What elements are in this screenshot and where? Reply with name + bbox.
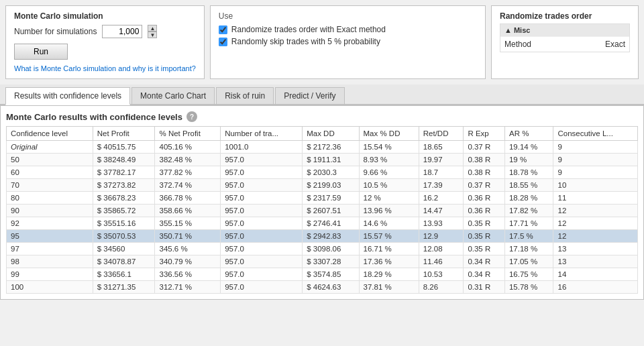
table-cell: $ 4624.63	[303, 281, 359, 294]
col-ret-dd: Ret/DD	[419, 127, 464, 141]
table-cell: 0.35 R	[464, 230, 505, 243]
sim-input[interactable]	[102, 25, 142, 38]
help-icon[interactable]: ?	[186, 111, 197, 122]
tabs-bar: Results with confidence levels Monte Car…	[0, 84, 644, 105]
run-button[interactable]: Run	[14, 44, 68, 60]
table-row[interactable]: 98$ 34078.87340.79 %957.0$ 3307.2817.36 …	[7, 255, 638, 268]
col-cons-l: Consecutive L...	[553, 127, 638, 141]
tab-chart[interactable]: Monte Carlo Chart	[131, 87, 215, 104]
table-cell: 17.36 %	[359, 255, 419, 268]
table-cell: 0.37 R	[464, 141, 505, 154]
table-cell: 1001.0	[221, 141, 303, 154]
misc-label: ▲ Misc	[504, 26, 530, 34]
table-cell: 90	[7, 205, 93, 217]
checkbox-opt1[interactable]	[219, 25, 227, 34]
monte-carlo-title: Monte Carlo simulation	[14, 11, 196, 21]
table-cell: 98	[7, 255, 93, 268]
table-cell: 17.71 %	[504, 217, 553, 230]
table-cell: $ 2172.36	[303, 141, 359, 154]
table-cell: 9	[553, 166, 638, 179]
table-cell: 11.46	[419, 255, 464, 268]
table-row[interactable]: 95$ 35070.53350.71 %957.0$ 2942.8315.57 …	[7, 230, 638, 243]
table-cell: $ 3098.06	[303, 243, 359, 255]
tab-results[interactable]: Results with confidence levels	[5, 87, 130, 105]
table-row[interactable]: 80$ 36678.23366.78 %957.0$ 2317.5912 %16…	[7, 192, 638, 205]
table-cell: $ 1911.31	[303, 154, 359, 166]
table-cell: 18.28 %	[504, 192, 553, 205]
table-cell: 17.39	[419, 179, 464, 192]
table-cell: 358.66 %	[155, 205, 221, 217]
table-cell: 957.0	[221, 255, 303, 268]
table-cell: 0.34 R	[464, 268, 505, 281]
table-cell: $ 2199.03	[303, 179, 359, 192]
table-cell: 336.56 %	[155, 268, 221, 281]
table-cell: 15.57 %	[359, 230, 419, 243]
sim-label: Number for simulations	[14, 27, 97, 36]
tab-ruin[interactable]: Risk of ruin	[216, 87, 274, 104]
table-cell: $ 35070.53	[93, 230, 155, 243]
table-cell: 50	[7, 154, 93, 166]
table-row[interactable]: Original$ 40515.75405.16 %1001.0$ 2172.3…	[7, 141, 638, 154]
table-cell: $ 35865.72	[93, 205, 155, 217]
misc-header[interactable]: ▲ Misc	[500, 24, 629, 36]
col-max-dd: Max DD	[303, 127, 359, 141]
table-cell: 345.6 %	[155, 243, 221, 255]
table-cell: 92	[7, 217, 93, 230]
table-cell: 957.0	[221, 281, 303, 294]
table-cell: 12.9	[419, 230, 464, 243]
checkbox-opt2[interactable]	[219, 38, 227, 46]
table-cell: 12	[553, 230, 638, 243]
table-cell: 9	[553, 141, 638, 154]
table-cell: 366.78 %	[155, 192, 221, 205]
table-cell: 19.97	[419, 154, 464, 166]
misc-row-method: Method Exact	[500, 36, 629, 52]
table-cell: $ 33656.1	[93, 268, 155, 281]
table-row[interactable]: 92$ 35515.16355.15 %957.0$ 2746.4114.6 %…	[7, 217, 638, 230]
table-row[interactable]: 70$ 37273.82372.74 %957.0$ 2199.0310.5 %…	[7, 179, 638, 192]
table-cell: 12 %	[359, 192, 419, 205]
table-cell: 70	[7, 179, 93, 192]
col-max-pct-dd: Max % DD	[359, 127, 419, 141]
table-cell: 16.71 %	[359, 243, 419, 255]
table-cell: 18.29 %	[359, 268, 419, 281]
table-cell: 0.35 R	[464, 217, 505, 230]
table-cell: 60	[7, 166, 93, 179]
table-cell: 957.0	[221, 243, 303, 255]
table-cell: 13.96 %	[359, 205, 419, 217]
spinner-up[interactable]: ▲	[148, 25, 157, 32]
table-cell: $ 31271.35	[93, 281, 155, 294]
table-row[interactable]: 97$ 34560345.6 %957.0$ 3098.0616.71 %12.…	[7, 243, 638, 255]
table-cell: 14.47	[419, 205, 464, 217]
table-cell: 10.5 %	[359, 179, 419, 192]
info-link[interactable]: What is Monte Carlo simulation and why i…	[14, 64, 196, 72]
table-row[interactable]: 99$ 33656.1336.56 %957.0$ 3574.8518.29 %…	[7, 268, 638, 281]
table-cell: 15.54 %	[359, 141, 419, 154]
table-cell: 382.48 %	[155, 154, 221, 166]
table-row[interactable]: 60$ 37782.17377.82 %957.0$ 2030.39.66 %1…	[7, 166, 638, 179]
table-cell: 8.26	[419, 281, 464, 294]
table-cell: 99	[7, 268, 93, 281]
misc-value: Exact	[605, 40, 625, 49]
spinner-down[interactable]: ▼	[148, 32, 157, 38]
table-cell: $ 36678.23	[93, 192, 155, 205]
table-cell: 100	[7, 281, 93, 294]
table-cell: 0.38 R	[464, 166, 505, 179]
results-title-text: Monte Carlo results with confidence leve…	[6, 112, 182, 122]
col-pct-net-profit: % Net Profit	[155, 127, 221, 141]
table-row[interactable]: 50$ 38248.49382.48 %957.0$ 1911.318.93 %…	[7, 154, 638, 166]
table-cell: 10	[553, 179, 638, 192]
table-row[interactable]: 90$ 35865.72358.66 %957.0$ 2607.5113.96 …	[7, 205, 638, 217]
table-cell: Original	[7, 141, 93, 154]
misc-section: ▲ Misc Method Exact	[500, 23, 630, 52]
randomize-panel: Randomize trades order ▲ Misc Method Exa…	[491, 5, 639, 79]
table-cell: 18.65	[419, 141, 464, 154]
col-num-trades: Number of tra...	[221, 127, 303, 141]
use-title: Use	[219, 11, 477, 21]
table-row[interactable]: 100$ 31271.35312.71 %957.0$ 4624.6337.81…	[7, 281, 638, 294]
tab-predict[interactable]: Predict / Verify	[275, 87, 344, 104]
use-option-2: Randomly skip trades with 5 % probabilit…	[219, 37, 477, 46]
sim-spinner[interactable]: ▲ ▼	[148, 25, 157, 38]
table-cell: 8.93 %	[359, 154, 419, 166]
table-cell: 37.81 %	[359, 281, 419, 294]
results-table: Confidence level Net Profit % Net Profit…	[6, 126, 638, 294]
